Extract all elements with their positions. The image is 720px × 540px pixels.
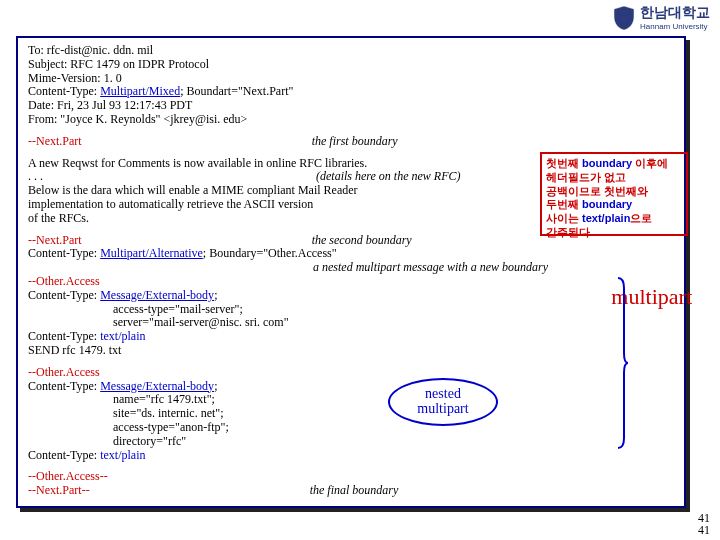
oa2-ct2-label: Content-Type: (28, 448, 100, 462)
oa2-ct2-value: text/plain (100, 448, 145, 462)
page-number: 41 41 (698, 512, 710, 536)
date-value: Fri, 23 Jul 93 12:17:43 PDT (57, 98, 192, 112)
oa2-marker: --Other.Access (28, 366, 674, 380)
oa1-marker: --Other.Access (28, 275, 674, 289)
nested-l1: nested (390, 387, 496, 402)
from-value: "Joyce K. Reynolds" <jkrey@isi. edu> (60, 112, 247, 126)
oa2-a1: name="rfc 1479.txt"; (28, 393, 674, 407)
ct-label: Content-Type: (28, 84, 100, 98)
b2-ct-value: Multipart/Alternative (100, 246, 203, 260)
ct-value: Multipart/Mixed (100, 84, 180, 98)
mime-value: 1. 0 (104, 71, 122, 85)
oa2-a3: access-type="anon-ftp"; (28, 421, 674, 435)
to-label: To: (28, 43, 47, 57)
oa1-ct2-label: Content-Type: (28, 329, 100, 343)
final-m2: --Next.Part-- (28, 484, 90, 498)
body1-l2: . . . (28, 170, 43, 184)
korean-annotation: 첫번째 boundary 이후에 헤더필드가 없고 공백이므로 첫번째와 두번째… (540, 152, 688, 236)
mail-headers: To: rfc-dist@nic. ddn. mil Subject: RFC … (28, 44, 674, 127)
other-access-2: --Other.Access Content-Type: Message/Ext… (28, 366, 674, 463)
boundary-1-note: the first boundary (82, 135, 674, 149)
oa2-a2: site="ds. internic. net"; (28, 407, 674, 421)
body1-l2r: (details here on the new RFC) (43, 170, 461, 184)
nested-l2: multipart (390, 402, 496, 417)
other-access-1: --Other.Access Content-Type: Message/Ext… (28, 275, 674, 358)
mime-label: Mime-Version: (28, 71, 104, 85)
ct-suffix: ; Boundart="Next.Part" (180, 84, 293, 98)
to-value: rfc-dist@nic. ddn. mil (47, 43, 153, 57)
subject-label: Subject: (28, 57, 70, 71)
university-logo: 한남대학교 Hannam University (612, 4, 710, 31)
from-label: From: (28, 112, 60, 126)
b2-note2: a nested multipart message with a new bo… (28, 261, 674, 275)
oa1-send: SEND rfc 1479. txt (28, 344, 674, 358)
boundary-1-marker: --Next.Part (28, 135, 82, 149)
brace-icon (616, 276, 628, 450)
b2-ct-suffix: ; Boundary="Other.Access" (203, 246, 337, 260)
nested-multipart-callout: nested multipart (388, 378, 498, 426)
b2-ct-label: Content-Type: (28, 246, 100, 260)
oa1-ct1-value: Message/External-body (100, 288, 214, 302)
oa1-ct2-value: text/plain (100, 329, 145, 343)
message-panel: To: rfc-dist@nic. ddn. mil Subject: RFC … (16, 36, 686, 508)
subject-value: RFC 1479 on IDPR Protocol (70, 57, 209, 71)
boundary-1: --Next.Part the first boundary (28, 135, 674, 149)
final-note: the final boundary (90, 484, 674, 498)
university-name-ko: 한남대학교 (640, 4, 710, 22)
oa2-ct1-label: Content-Type: (28, 379, 100, 393)
final-m1: --Other.Access-- (28, 470, 674, 484)
boundary-2: --Next.Partthe second boundary Content-T… (28, 234, 674, 275)
oa1-a1: access-type="mail-server"; (28, 303, 674, 317)
date-label: Date: (28, 98, 57, 112)
logo-text-block: 한남대학교 Hannam University (640, 4, 710, 31)
slide: 한남대학교 Hannam University To: rfc-dist@nic… (0, 0, 720, 540)
oa2-a4: directory="rfc" (28, 435, 674, 449)
boundary-2-marker: --Next.Part (28, 234, 82, 248)
final-boundary: --Other.Access-- --Next.Part--the final … (28, 470, 674, 498)
oa1-ct1-label: Content-Type: (28, 288, 100, 302)
oa1-a2: server="mail-server@nisc. sri. com" (28, 316, 674, 330)
university-name-en: Hannam University (640, 22, 710, 31)
shield-icon (612, 5, 636, 31)
oa2-ct1-value: Message/External-body (100, 379, 214, 393)
